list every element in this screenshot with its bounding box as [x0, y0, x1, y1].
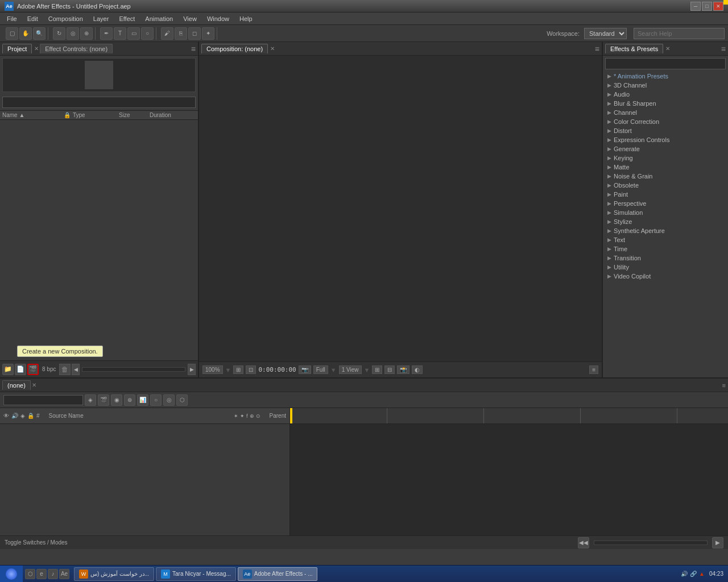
tl-btn-new-comp[interactable]: 🎬: [98, 394, 109, 406]
effects-search-input[interactable]: [605, 58, 726, 69]
tab-project[interactable]: Project: [2, 44, 32, 53]
search-help-input[interactable]: [634, 28, 725, 39]
tool-select[interactable]: ▢: [6, 27, 18, 40]
effect-item-16[interactable]: ▶Stylize: [603, 217, 728, 226]
tool-brush[interactable]: 🖌: [161, 27, 173, 40]
tool-pen[interactable]: ✒: [100, 27, 113, 40]
workspace-select[interactable]: Standard: [584, 28, 627, 39]
menu-window[interactable]: Window: [202, 14, 234, 23]
left-panel-menu-icon[interactable]: ≡: [191, 44, 196, 53]
tab-effects-presets[interactable]: Effects & Presets: [605, 44, 663, 53]
new-footage-button[interactable]: 📄: [15, 364, 26, 375]
effect-item-21[interactable]: ▶Utility: [603, 263, 728, 272]
tool-shape-ellipse[interactable]: ○: [141, 27, 154, 40]
effect-item-20[interactable]: ▶Transition: [603, 253, 728, 263]
effect-item-2[interactable]: ▶Audio: [603, 90, 728, 99]
minimize-button[interactable]: ─: [690, 2, 701, 11]
tl-btn-flow[interactable]: ⊛: [124, 394, 135, 406]
tl-btn-circle[interactable]: ○: [150, 394, 162, 406]
tl-btn-solo[interactable]: ◈: [85, 394, 96, 406]
quicklaunch-media[interactable]: ♪: [48, 569, 58, 579]
project-tab-close[interactable]: ✕: [34, 45, 39, 52]
comp-view-label[interactable]: 1 View: [339, 365, 362, 374]
menu-view[interactable]: View: [179, 14, 201, 23]
comp-view-options[interactable]: ⊞: [233, 365, 243, 374]
quicklaunch-desktop[interactable]: ⬡: [25, 569, 35, 579]
quicklaunch-ae[interactable]: Ae: [59, 569, 69, 579]
timeline-search-input[interactable]: [3, 395, 83, 405]
menu-layer[interactable]: Layer: [89, 14, 114, 23]
comp-panel-menu[interactable]: ≡: [595, 44, 599, 53]
effects-panel-menu[interactable]: ≡: [721, 44, 726, 53]
effect-item-19[interactable]: ▶Time: [603, 244, 728, 253]
menu-file[interactable]: File: [2, 14, 22, 23]
effect-item-8[interactable]: ▶Generate: [603, 144, 728, 153]
tl-btn-circle2[interactable]: ◎: [163, 394, 175, 406]
new-composition-button[interactable]: 🎬: [27, 364, 39, 375]
taskbar-item-ae[interactable]: Ae Adobe After Effects - ...: [238, 567, 318, 581]
tool-camera-track[interactable]: ⊕: [80, 27, 93, 40]
tool-hand[interactable]: ✋: [19, 27, 32, 40]
taskbar-item-msg[interactable]: M Tara Nicyar - Messag...: [156, 567, 236, 581]
tl-btn-export[interactable]: ⬡: [176, 394, 188, 406]
effect-item-10[interactable]: ▶Matte: [603, 163, 728, 172]
effect-item-14[interactable]: ▶Perspective: [603, 199, 728, 208]
tool-rotate[interactable]: ↻: [53, 27, 65, 40]
menu-edit[interactable]: Edit: [23, 14, 43, 23]
effect-item-4[interactable]: ▶Channel: [603, 108, 728, 117]
comp-reset-btn[interactable]: ⊟: [384, 365, 395, 374]
delete-button[interactable]: 🗑: [59, 364, 71, 375]
tl-btn-solo2[interactable]: ◉: [111, 394, 122, 406]
effects-tab-close[interactable]: ✕: [665, 45, 670, 52]
quicklaunch-ie[interactable]: e: [36, 569, 47, 579]
effect-item-9[interactable]: ▶Keying: [603, 153, 728, 163]
comp-fit-button[interactable]: ⊡: [246, 365, 256, 374]
comp-panel-menu2[interactable]: ≡: [589, 365, 598, 374]
effect-item-22[interactable]: ▶Video Copilot: [603, 272, 728, 281]
tool-puppet[interactable]: ✦: [202, 27, 214, 40]
effect-item-3[interactable]: ▶Blur & Sharpen: [603, 99, 728, 108]
effect-item-6[interactable]: ▶Distort: [603, 126, 728, 135]
effect-item-12[interactable]: ▶Obsolete: [603, 181, 728, 190]
taskbar-item-farsi[interactable]: W در خواست آموزش (س...: [74, 567, 154, 581]
timeline-tab-close[interactable]: ✕: [32, 382, 36, 388]
effect-item-0[interactable]: ▶* Animation Presets: [603, 72, 728, 81]
menu-help[interactable]: Help: [235, 14, 257, 23]
menu-effect[interactable]: Effect: [114, 14, 139, 23]
tl-bottom-btn1[interactable]: ◀◀: [578, 537, 589, 548]
effect-item-15[interactable]: ▶Simulation: [603, 208, 728, 217]
start-button[interactable]: [0, 566, 23, 582]
effect-item-17[interactable]: ▶Synthetic Aperture: [603, 226, 728, 235]
project-search-input[interactable]: [2, 97, 196, 108]
effect-item-13[interactable]: ▶Paint: [603, 190, 728, 199]
effect-item-5[interactable]: ▶Color Correction: [603, 117, 728, 126]
menu-composition[interactable]: Composition: [44, 14, 88, 23]
tool-camera-orbit[interactable]: ◎: [67, 27, 79, 40]
prev-arrow[interactable]: ◀: [72, 364, 80, 375]
timeline-panel-menu[interactable]: ≡: [722, 382, 726, 389]
effect-item-11[interactable]: ▶Noise & Grain: [603, 172, 728, 181]
tool-text[interactable]: T: [114, 27, 126, 40]
tool-shape-rect[interactable]: ▭: [127, 27, 140, 40]
comp-tab-close[interactable]: ✕: [270, 45, 275, 52]
effect-item-18[interactable]: ▶Text: [603, 235, 728, 244]
new-folder-button[interactable]: 📁: [2, 364, 14, 375]
effect-item-7[interactable]: ▶Expression Controls: [603, 135, 728, 144]
comp-grid-btn[interactable]: ⊞: [372, 365, 382, 374]
tl-bottom-btn2[interactable]: ▶: [712, 537, 723, 548]
tool-eraser[interactable]: ◻: [188, 27, 201, 40]
tab-timeline-none[interactable]: (none): [2, 380, 31, 390]
comp-quality-select[interactable]: Full: [313, 365, 328, 374]
comp-snapshot-btn[interactable]: 📸: [397, 365, 410, 374]
restore-button[interactable]: □: [702, 2, 712, 11]
effect-item-1[interactable]: ▶3D Channel: [603, 81, 728, 90]
tab-composition[interactable]: Composition: (none): [201, 44, 268, 53]
tool-clone[interactable]: ⎘: [175, 27, 187, 40]
tl-btn-chart[interactable]: 📊: [137, 394, 148, 406]
tab-effect-controls[interactable]: Effect Controls: (none): [40, 44, 113, 53]
next-arrow[interactable]: ▶: [188, 364, 196, 375]
timeline-scrollbar[interactable]: [594, 541, 708, 545]
tool-zoom[interactable]: 🔍: [33, 27, 46, 40]
close-button[interactable]: ✕: [713, 2, 723, 11]
comp-zoom-select[interactable]: 100%: [202, 365, 223, 374]
